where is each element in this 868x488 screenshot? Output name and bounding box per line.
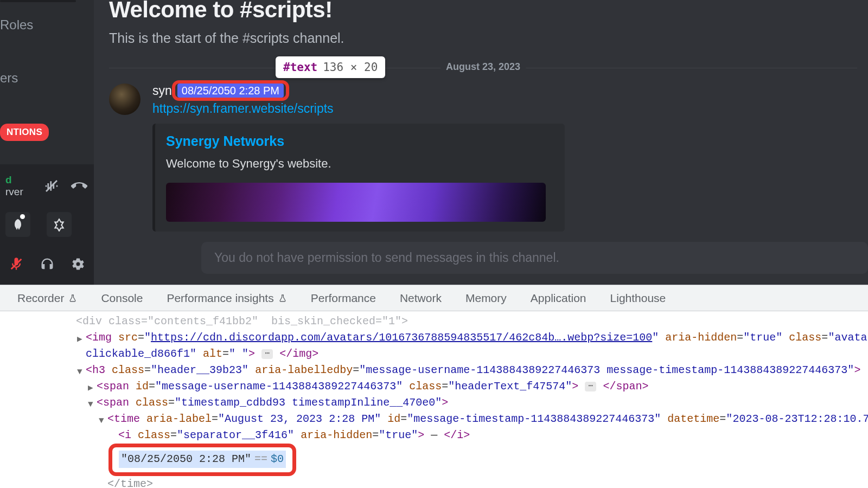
message-body: syn 08/25/2050 2:28 PM https://syn.frame… xyxy=(152,84,857,232)
tab-lighthouse[interactable]: Lighthouse xyxy=(598,285,678,311)
user-settings-gear-icon[interactable] xyxy=(67,253,88,275)
dom-line-img[interactable]: ▶ <img src="https://cdn.discordapp.com/a… xyxy=(0,330,868,346)
dom-line-separator[interactable]: <i class="separator__3f416" aria-hidden=… xyxy=(0,427,868,444)
message-timestamp[interactable]: 08/25/2050 2:28 PM xyxy=(177,84,284,98)
sidebar-item-roles[interactable]: Roles xyxy=(0,12,94,38)
flask-icon xyxy=(68,294,77,303)
annotation-highlight-box-code: "08/25/2050 2:28 PM"==$0 xyxy=(108,444,296,476)
activity-buttons-row xyxy=(2,208,92,241)
link-embed: Synergy Networks Welcome to Synergy's we… xyxy=(152,124,565,232)
devtools-element-tooltip: #text136 × 20 xyxy=(276,56,385,78)
rocket-boost-button[interactable] xyxy=(5,212,30,237)
mentions-pill[interactable]: NTIONS xyxy=(0,124,94,141)
tab-memory[interactable]: Memory xyxy=(454,285,519,311)
tab-performance-insights[interactable]: Performance insights xyxy=(155,285,298,311)
devtools-elements-tree[interactable]: <div class="contents_f41bb2" bis_skin_ch… xyxy=(0,311,868,488)
sidebar-item-members[interactable]: ers xyxy=(0,65,94,91)
dom-line-close-time[interactable]: </time> xyxy=(0,476,868,488)
user-controls-row xyxy=(2,251,92,280)
channel-sidebar: Roles ers NTIONS d rver xyxy=(0,0,94,285)
sidebar-divider xyxy=(0,0,76,2)
notification-dot-icon xyxy=(20,214,25,219)
tab-console[interactable]: Console xyxy=(89,285,155,311)
devtools-panel: Recorder Console Performance insights Pe… xyxy=(0,285,868,488)
embed-thumbnail[interactable] xyxy=(166,183,546,222)
dom-line-time[interactable]: ▼ <time aria-label="August 23, 2023 2:28… xyxy=(0,411,868,427)
tooltip-dimensions: 136 × 20 xyxy=(323,61,378,74)
dom-line-img-cont[interactable]: clickable_d866f1" alt=" "> ⋯ </img> xyxy=(0,346,868,362)
voice-server-label: d rver xyxy=(5,174,23,198)
date-divider: August 23, 2023 xyxy=(109,68,857,68)
user-panel: d rver xyxy=(0,164,94,285)
tab-recorder[interactable]: Recorder xyxy=(5,285,89,311)
dom-line-span-timestamp[interactable]: ▼ <span class="timestamp_cdbd93 timestam… xyxy=(0,395,868,411)
tooltip-node-tag: #text xyxy=(283,61,317,74)
disconnect-call-icon[interactable] xyxy=(71,175,88,197)
dom-line-selected-text[interactable]: "08/25/2050 2:28 PM"==$0 xyxy=(0,444,868,476)
soundboard-button[interactable] xyxy=(47,212,72,237)
embed-title[interactable]: Synergy Networks xyxy=(166,133,554,149)
voice-status-row: d rver xyxy=(2,169,92,203)
message-username[interactable]: syn xyxy=(152,84,172,98)
tab-network[interactable]: Network xyxy=(388,285,454,311)
deafen-headphones-icon[interactable] xyxy=(36,253,58,275)
message-input-disabled: You do not have permission to send messa… xyxy=(201,242,868,274)
dom-line-h3[interactable]: ▼ <h3 class="header__39b23" aria-labelle… xyxy=(0,362,868,378)
mute-mic-icon[interactable] xyxy=(5,253,27,275)
tab-application[interactable]: Application xyxy=(519,285,598,311)
message-header: syn 08/25/2050 2:28 PM xyxy=(152,84,857,98)
chat-message: syn 08/25/2050 2:28 PM https://syn.frame… xyxy=(109,84,857,232)
sidebar-top: Roles ers NTIONS xyxy=(0,0,94,141)
tab-performance[interactable]: Performance xyxy=(299,285,388,311)
dom-line-partial[interactable]: <div class="contents_f41bb2" bis_skin_ch… xyxy=(0,313,868,330)
embed-description: Welcome to Synergy's website. xyxy=(166,157,554,171)
message-link[interactable]: https://syn.framer.website/scripts xyxy=(152,101,857,116)
date-divider-label: August 23, 2023 xyxy=(441,61,526,73)
message-author-avatar[interactable] xyxy=(109,84,141,115)
app-upper-region: Roles ers NTIONS d rver xyxy=(0,0,868,285)
devtools-tabstrip: Recorder Console Performance insights Pe… xyxy=(0,285,868,311)
channel-welcome-subtitle: This is the start of the #scripts channe… xyxy=(109,30,857,46)
flask-icon xyxy=(278,294,287,303)
channel-welcome-title: Welcome to #scripts! xyxy=(109,0,857,23)
channel-main: Welcome to #scripts! This is the start o… xyxy=(94,0,868,285)
dom-line-span-username[interactable]: ▶ <span id="message-username-11438843892… xyxy=(0,378,868,395)
noise-suppression-icon[interactable] xyxy=(43,175,61,197)
